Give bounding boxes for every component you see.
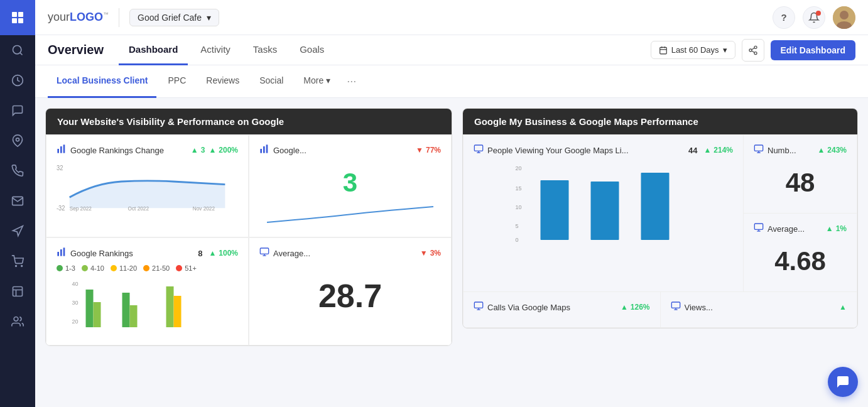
sub-tab-social[interactable]: Social: [251, 65, 292, 98]
sidebar-location-icon[interactable]: [0, 216, 35, 246]
sidebar-cart-icon[interactable]: [0, 246, 35, 276]
svg-line-18: [751, 51, 754, 53]
stat2-title: Average...: [768, 224, 822, 234]
google-maps-section: Google My Business & Google Maps Perform…: [462, 108, 858, 328]
svg-rect-22: [63, 144, 65, 153]
maps-count: 44: [688, 146, 697, 155]
content-area: Your Website's Visibility & Performance …: [35, 98, 868, 407]
sidebar-grid-button[interactable]: [0, 0, 35, 35]
svg-point-0: [13, 46, 21, 54]
google-visibility-header: Your Website's Visibility & Performance …: [46, 109, 452, 134]
google-maps-header: Google My Business & Google Maps Perform…: [463, 109, 857, 134]
edit-dashboard-button[interactable]: Edit Dashboard: [771, 40, 855, 60]
svg-rect-39: [122, 293, 130, 327]
sidebar-search-icon[interactable]: [0, 35, 35, 65]
chat-bubble-button[interactable]: [828, 367, 858, 397]
svg-rect-20: [57, 149, 59, 153]
svg-point-7: [14, 317, 18, 322]
svg-line-19: [751, 48, 754, 50]
notification-button[interactable]: [803, 6, 825, 29]
logo: yourLOGO™: [48, 11, 109, 24]
card4-badge: ▼ 3%: [420, 249, 441, 258]
card1-title: Google Rankings Change: [70, 146, 187, 155]
tab-activity[interactable]: Activity: [190, 35, 241, 65]
sidebar-pin-icon[interactable]: [0, 126, 35, 156]
svg-text:20: 20: [72, 318, 79, 325]
card2-line-chart: [259, 200, 441, 225]
svg-point-5: [21, 266, 23, 267]
notification-dot: [816, 11, 821, 16]
stat-card2: Average... ▲ 1% 4.68: [744, 214, 857, 291]
tab-tasks[interactable]: Tasks: [243, 35, 287, 65]
sidebar-analytics-icon[interactable]: [0, 276, 35, 307]
sub-tab-options[interactable]: ···: [347, 75, 356, 88]
svg-point-4: [16, 266, 17, 267]
rankings-bar-chart: 40 30 20: [57, 277, 238, 334]
svg-text:10: 10: [516, 204, 522, 210]
svg-rect-63: [754, 224, 762, 229]
google-visibility-section: Your Website's Visibility & Performance …: [45, 108, 452, 346]
stat2-value: 4.68: [754, 240, 847, 283]
google-card2: Google... ▼ 77% 3: [249, 134, 452, 237]
sidebar-phone-icon[interactable]: [0, 156, 35, 186]
svg-rect-60: [754, 145, 762, 151]
legend-51plus: 51+: [176, 264, 197, 272]
sidebar-chat-icon[interactable]: [0, 95, 35, 126]
client-selector[interactable]: Good Grief Cafe ▾: [129, 9, 219, 26]
average-icon: [259, 247, 269, 259]
sub-tab-more[interactable]: More ▾: [295, 65, 339, 98]
rankings-legend: 1-3 4-10 11-20 21-50 51+: [57, 264, 238, 272]
maps-bar-chart: 20 15 10 5 0 Sep 2: [474, 161, 733, 243]
stat1-value: 48: [754, 161, 847, 204]
card4-header: Average... ▼ 3%: [259, 247, 441, 259]
svg-point-2: [16, 138, 19, 141]
date-range-label: Last 60 Days: [671, 45, 719, 55]
svg-rect-55: [591, 182, 619, 240]
sub-tab-ppc[interactable]: PPC: [159, 65, 195, 98]
right-bottom-row: Calls Via Google Maps ▲ 126% Views... ▲: [463, 292, 857, 328]
logo-logo: LOGO: [70, 11, 103, 23]
svg-marker-3: [13, 226, 23, 236]
bar-chart2-icon: [259, 144, 269, 156]
svg-rect-30: [266, 144, 268, 153]
sidebar-email-icon[interactable]: [0, 186, 35, 216]
svg-rect-11: [659, 47, 666, 54]
calls-icon: [474, 301, 484, 313]
legend-4-10: 4-10: [82, 264, 104, 272]
right-stat-cards: Numb... ▲ 243% 48 Average: [744, 135, 857, 291]
legend-11-20: 11-20: [111, 264, 137, 272]
card2-badge: ▼ 77%: [416, 146, 441, 155]
svg-point-16: [749, 49, 752, 52]
calls-header: Calls Via Google Maps ▲ 126%: [474, 301, 650, 313]
svg-text:20: 20: [516, 165, 522, 171]
date-range-button[interactable]: Last 60 Days ▾: [651, 41, 735, 59]
card4-big-value: 28.7: [259, 264, 441, 327]
svg-text:Nov 2022: Nov 2022: [193, 205, 215, 211]
maps-icon: [474, 144, 484, 156]
sub-tab-reviews[interactable]: Reviews: [197, 65, 248, 98]
svg-rect-69: [671, 302, 680, 308]
avatar[interactable]: [833, 6, 855, 29]
stat1-badge: ▲ 243%: [817, 146, 847, 155]
topbar: yourLOGO™ Good Grief Cafe ▾ ?: [35, 0, 868, 35]
tab-dashboard[interactable]: Dashboard: [119, 35, 188, 65]
svg-rect-43: [260, 248, 268, 254]
maps-badge: ▲ 214%: [703, 146, 733, 155]
stat2-icon: [754, 222, 764, 235]
legend-21-50: 21-50: [143, 264, 170, 272]
maps-chart-card: People Viewing Your Google Maps Li... 44…: [464, 135, 744, 291]
tab-goals[interactable]: Goals: [290, 35, 334, 65]
stat1-title: Numb...: [768, 146, 813, 155]
sidebar-reports-icon[interactable]: [0, 65, 35, 95]
card3-badge: ▲ 100%: [209, 249, 238, 258]
more-label: More: [303, 75, 323, 85]
client-name: Good Grief Cafe: [138, 13, 202, 23]
stat1-icon: [754, 144, 764, 156]
google-rankings-bar-card: Google Rankings 8 ▲ 100% 1-3 4-10 11-20 …: [46, 237, 249, 345]
share-button[interactable]: [742, 39, 764, 62]
help-button[interactable]: ?: [773, 6, 795, 29]
sub-tab-local[interactable]: Local Business Client: [48, 65, 156, 98]
svg-text:0: 0: [516, 237, 519, 243]
sidebar-users-icon[interactable]: [0, 307, 35, 337]
sub-tabs: Local Business Client PPC Reviews Social…: [35, 65, 868, 98]
